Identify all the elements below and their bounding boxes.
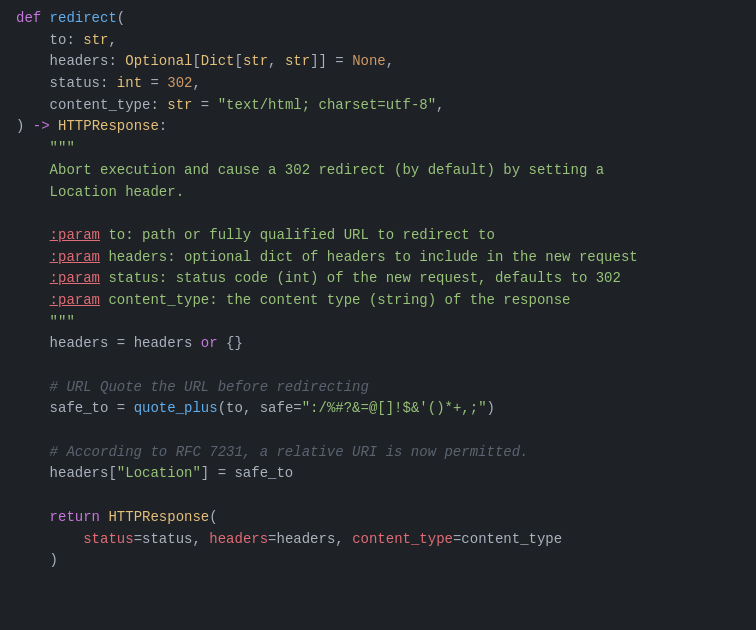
code-line-25: status=status, headers=headers, content_… (0, 529, 756, 551)
code-line-21: # According to RFC 7231, a relative URI … (0, 442, 756, 464)
code-block: def redirect( to: str, headers: Optional… (0, 0, 756, 630)
code-line-19: safe_to = quote_plus(to, safe=":/%#?&=@[… (0, 398, 756, 420)
code-line-8: Abort execution and cause a 302 redirect… (0, 160, 756, 182)
code-line-26: ) (0, 550, 756, 572)
code-line-1: def redirect( (0, 8, 756, 30)
code-line-14: :param content_type: the content type (s… (0, 290, 756, 312)
code-line-23 (0, 485, 756, 507)
code-line-12: :param headers: optional dict of headers… (0, 247, 756, 269)
code-line-4: status: int = 302, (0, 73, 756, 95)
code-line-18: # URL Quote the URL before redirecting (0, 377, 756, 399)
code-line-5: content_type: str = "text/html; charset=… (0, 95, 756, 117)
code-line-10 (0, 203, 756, 225)
code-line-6: ) -> HTTPResponse: (0, 116, 756, 138)
code-line-17 (0, 355, 756, 377)
code-line-11: :param to: path or fully qualified URL t… (0, 225, 756, 247)
code-line-22: headers["Location"] = safe_to (0, 463, 756, 485)
code-line-13: :param status: status code (int) of the … (0, 268, 756, 290)
code-line-7: """ (0, 138, 756, 160)
code-line-20 (0, 420, 756, 442)
code-line-9: Location header. (0, 182, 756, 204)
code-line-24: return HTTPResponse( (0, 507, 756, 529)
code-line-2: to: str, (0, 30, 756, 52)
code-line-15: """ (0, 312, 756, 334)
code-line-16: headers = headers or {} (0, 333, 756, 355)
keyword-def: def (16, 8, 50, 30)
code-line-3: headers: Optional[Dict[str, str]] = None… (0, 51, 756, 73)
function-name: redirect (50, 8, 117, 30)
